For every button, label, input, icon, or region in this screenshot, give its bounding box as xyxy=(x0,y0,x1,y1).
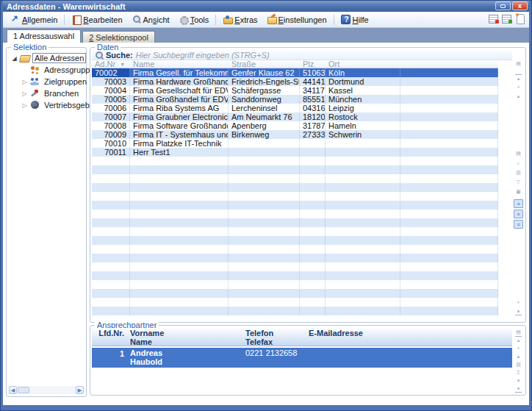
menu-einstellungen[interactable]: Einstellungen xyxy=(262,13,331,26)
first-record-icon[interactable]: ▴ xyxy=(514,336,523,344)
table-row[interactable]: 70007Firma Graubner Electronics GmbHAm N… xyxy=(92,112,498,121)
table-export-icon[interactable] xyxy=(489,14,498,24)
table-row[interactable]: 70009Firma IT - Systemhaus und Großhande… xyxy=(92,130,498,139)
previous-record-icon[interactable]: ▴ xyxy=(514,92,523,100)
table-row[interactable]: 70003Firma Hardware Großhandel DortmundF… xyxy=(92,77,498,86)
table-row[interactable] xyxy=(92,307,498,315)
detail-view-1-icon[interactable]: ≡ xyxy=(514,199,523,208)
insert-record-icon[interactable]: + xyxy=(514,83,523,91)
table-row[interactable] xyxy=(92,298,498,307)
column-chooser-icon[interactable]: ▤ xyxy=(514,60,523,68)
menu-allgemein[interactable]: Allgemein xyxy=(6,13,62,26)
title-bar[interactable]: Adressdaten - Warenwirtschaft x xyxy=(3,1,529,12)
table-row[interactable]: 70005Firma Großhandel für EDV HutnerSand… xyxy=(92,95,498,104)
table-row[interactable] xyxy=(92,192,498,201)
sort-icon[interactable]: ▥ xyxy=(514,168,523,176)
menu-hilfe[interactable]: Hilfe xyxy=(337,13,373,26)
table-row[interactable] xyxy=(92,245,498,254)
tab-1-adressauswahl[interactable]: 1 Adressauswahl xyxy=(7,29,81,43)
new-document-icon[interactable] xyxy=(515,14,525,24)
table-row[interactable] xyxy=(92,289,498,298)
tree-collapsed-icon[interactable]: ▷ xyxy=(21,79,28,85)
table-row[interactable]: 70008Firma Software Großhandel Lübke AGA… xyxy=(92,121,498,130)
column-header-ort[interactable]: Ort xyxy=(326,60,400,68)
cell-name xyxy=(130,210,229,218)
insert-record-icon[interactable]: + xyxy=(514,344,523,352)
table-row[interactable] xyxy=(92,210,498,218)
tree-item-branchen[interactable]: ▷Branchen xyxy=(8,87,85,99)
cell-ort xyxy=(326,165,400,174)
table-row[interactable] xyxy=(92,280,498,289)
table-row[interactable] xyxy=(92,218,498,227)
tree-item-zielgruppen[interactable]: ▷Zielgruppen xyxy=(8,76,85,87)
table-row[interactable] xyxy=(92,236,498,245)
menu-tools[interactable]: Tools xyxy=(174,13,214,26)
list-view-icon[interactable]: ▤ xyxy=(514,149,523,157)
contact-grid-header[interactable]: Lfd.Nr. Vorname NameTelefon TelefaxE-Mai… xyxy=(92,328,512,346)
table-row[interactable] xyxy=(92,174,498,183)
menu-ansicht[interactable]: Ansicht xyxy=(127,13,174,26)
sum-icon[interactable]: Σ xyxy=(514,368,523,376)
table-row[interactable]: 70004Firma Gesellschaft für EDV - System… xyxy=(92,86,498,95)
cell-filler xyxy=(400,121,498,130)
table-row[interactable] xyxy=(92,183,498,192)
contact-row-selected[interactable]: 1Andreas Haubold0221 2132658 xyxy=(92,348,512,368)
copy-view-icon[interactable]: ▣ xyxy=(514,187,523,196)
column-header-name[interactable]: Name xyxy=(130,60,229,68)
table-row-selected[interactable]: 70002Firma Gesell. für Telekommunikation… xyxy=(92,68,498,77)
column-chooser-icon[interactable]: ▤ xyxy=(514,328,523,336)
column-header-adnr[interactable]: Ad.Nr▼ xyxy=(92,60,130,68)
selektion-horizontal-scrollbar[interactable]: ◀ ▶ xyxy=(9,386,84,394)
contact-column-header-3[interactable]: E-Mailadresse xyxy=(306,328,512,347)
last-record-icon[interactable]: ▾ xyxy=(514,385,523,393)
cell-strasse xyxy=(229,271,300,280)
tree-collapsed-icon[interactable]: ▷ xyxy=(21,102,28,109)
scroll-thumb[interactable] xyxy=(18,387,29,393)
menu-extras[interactable]: Extras xyxy=(218,13,262,26)
detail-view-2-icon[interactable]: ≡ xyxy=(514,210,523,218)
table-row[interactable] xyxy=(92,262,498,271)
menu-bearbeiten[interactable]: Bearbeiten xyxy=(67,13,126,26)
tab-2-selektionspool[interactable]: 2 Selektionspool xyxy=(82,31,155,43)
menu-label: Bearbeiten xyxy=(83,15,122,24)
scroll-left-button[interactable]: ◀ xyxy=(9,386,17,394)
filter-icon[interactable]: ▽ xyxy=(514,178,523,186)
append-record-icon[interactable]: + xyxy=(514,299,523,307)
cell-adnr xyxy=(92,307,130,315)
contact-column-header-0[interactable]: Lfd.Nr. xyxy=(92,328,127,347)
cell-name xyxy=(130,165,229,174)
table-row[interactable] xyxy=(92,201,498,210)
detail-view-3-icon[interactable]: ≡ xyxy=(514,220,523,229)
tree-expanded-icon[interactable]: ◢ xyxy=(11,55,18,62)
table-row[interactable]: 70010Firma Platzke IT-Technik xyxy=(92,139,498,148)
previous-record-icon[interactable]: ▴ xyxy=(514,352,523,360)
search-input[interactable]: Hier Suchbegriff eingeben (STRG+S) xyxy=(136,51,270,60)
table-row[interactable]: 70006Firma Riba Systems AGLercheninsel04… xyxy=(92,104,498,112)
table-row[interactable] xyxy=(92,254,498,262)
close-button[interactable]: x xyxy=(512,1,528,10)
column-header-plz[interactable]: Plz xyxy=(300,60,326,68)
tree-item-alle-adressen[interactable]: ◢Alle Adressen xyxy=(8,52,85,64)
content-area: Selektion ◢Alle AdressenAdressgruppen▷Zi… xyxy=(3,43,529,405)
search-bar[interactable]: Suche: Hier Suchbegriff eingeben (STRG+S… xyxy=(92,50,512,60)
table-row[interactable] xyxy=(92,165,498,174)
columns-icon[interactable]: ▥ xyxy=(514,360,523,368)
column-header-strae[interactable]: Straße xyxy=(229,60,300,68)
tree-collapsed-icon[interactable]: ▷ xyxy=(21,90,28,97)
table-row[interactable] xyxy=(92,157,498,165)
first-record-icon[interactable]: ▴ xyxy=(514,74,523,82)
contact-column-header-1[interactable]: Vorname Name xyxy=(127,328,242,347)
address-grid-header[interactable]: Ad.Nr▼NameStraßePlzOrt xyxy=(92,60,498,68)
next-record-icon[interactable]: ▾ xyxy=(514,376,523,385)
table-import-icon[interactable] xyxy=(502,14,511,24)
last-record-icon[interactable]: ▾ xyxy=(514,307,523,315)
table-row[interactable] xyxy=(92,227,498,236)
tree-item-adressgruppen[interactable]: Adressgruppen xyxy=(8,64,85,76)
scroll-right-button[interactable]: ▶ xyxy=(76,386,84,394)
contact-column-header-2[interactable]: Telefon Telefax xyxy=(242,328,306,347)
search-view-icon[interactable]: ⌕ xyxy=(514,159,523,167)
table-row[interactable]: 70011Herr Test1 xyxy=(92,148,498,157)
table-row[interactable] xyxy=(92,271,498,280)
restore-button[interactable] xyxy=(495,1,511,10)
tree-item-vertriebsgebiete[interactable]: ▷Vertriebsgebiete xyxy=(8,99,85,111)
